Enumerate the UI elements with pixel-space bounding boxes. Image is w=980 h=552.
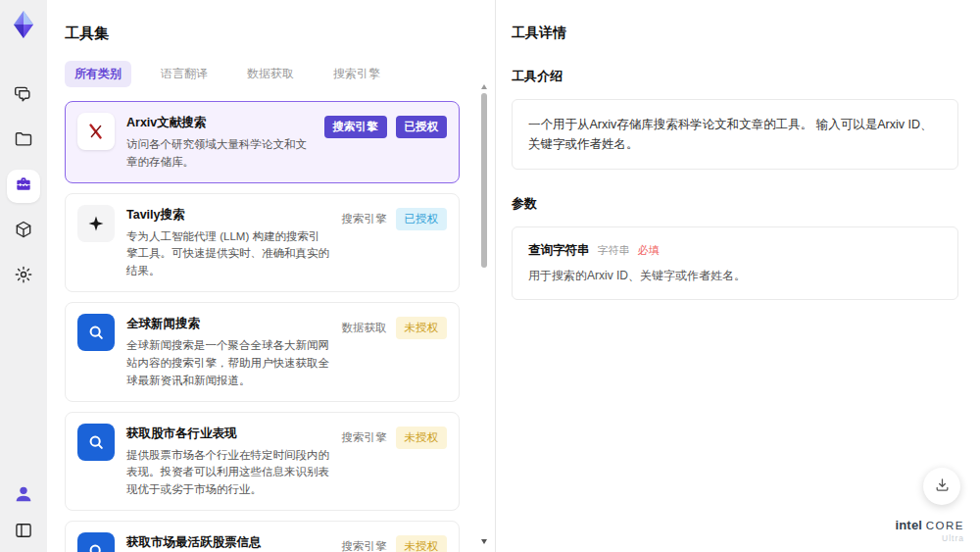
auth-status-badge: 未授权 <box>396 427 448 449</box>
tool-list: Arxiv文献搜索 访问各个研究领域大量科学论文和文章的存储库。 搜索引擎 已授… <box>65 101 473 552</box>
tab-data-fetch[interactable]: 数据获取 <box>237 61 304 87</box>
tool-name: 获取市场最活跃股票信息 <box>126 534 330 551</box>
category-badge: 搜索引擎 <box>324 116 387 138</box>
download-button[interactable] <box>923 468 960 505</box>
tool-description: 访问各个研究领域大量科学论文和文章的存储库。 <box>126 136 313 172</box>
sparkle-icon <box>77 205 115 242</box>
tool-detail-panel: 工具详情 工具介绍 一个用于从Arxiv存储库搜索科学论文和文章的工具。 输入可… <box>496 0 980 552</box>
sidebar-item-models[interactable] <box>7 215 40 248</box>
param-type: 字符串 <box>598 243 630 258</box>
intel-core-logo: intel CORE Ultra <box>895 516 964 543</box>
tab-all-categories[interactable]: 所有类别 <box>65 61 131 87</box>
tool-description: 提供股票市场各个行业在特定时间段内的表现。投资者可以利用这些信息来识别表现优于或… <box>126 447 330 499</box>
chat-icon <box>14 84 33 108</box>
category-tabs: 所有类别 语言翻译 数据获取 搜索引擎 <box>65 61 473 87</box>
sidebar-item-account[interactable] <box>13 483 34 509</box>
tool-card-tavily[interactable]: Tavily搜索 专为人工智能代理 (LLM) 构建的搜索引擎工具。可快速提供实… <box>65 193 460 292</box>
cube-icon <box>14 220 33 243</box>
intro-heading: 工具介绍 <box>512 68 958 85</box>
category-label: 搜索引擎 <box>342 430 387 445</box>
scroll-down-arrow[interactable] <box>481 539 487 544</box>
folder-icon <box>14 129 33 153</box>
brand-core-text: CORE <box>926 520 964 531</box>
blue-search-icon <box>77 532 115 552</box>
download-icon <box>934 477 951 497</box>
param-name: 查询字符串 <box>528 242 590 259</box>
blue-search-icon <box>77 424 115 461</box>
sidebar-item-files[interactable] <box>7 125 40 158</box>
tool-name: 获取股市各行业表现 <box>126 426 330 442</box>
tool-card-sector-performance[interactable]: 获取股市各行业表现 提供股票市场各个行业在特定时间段内的表现。投资者可以利用这些… <box>65 412 460 511</box>
detail-title: 工具详情 <box>512 25 958 42</box>
left-rail <box>0 0 47 552</box>
toolbox-icon <box>14 175 33 198</box>
auth-status-badge: 已授权 <box>396 208 448 230</box>
tool-name: Tavily搜索 <box>126 207 330 224</box>
tool-card-global-news[interactable]: 全球新闻搜索 全球新闻搜索是一个聚合全球各大新闻网站内容的搜索引擎，帮助用户快速… <box>65 302 460 401</box>
brand-intel-text: intel <box>895 518 922 532</box>
auth-status-badge: 未授权 <box>396 535 448 552</box>
category-label: 数据获取 <box>342 321 387 335</box>
gear-icon <box>14 265 33 288</box>
sidebar-item-chat[interactable] <box>7 79 40 113</box>
blue-search-icon <box>77 314 115 351</box>
page-title: 工具集 <box>65 25 473 43</box>
tool-description: 专为人工智能代理 (LLM) 构建的搜索引擎工具。可快速提供实时、准确和真实的结… <box>126 228 330 280</box>
user-icon <box>13 491 34 508</box>
list-scrollbar[interactable] <box>479 84 489 544</box>
sidebar-item-settings[interactable] <box>7 260 40 293</box>
arxiv-icon <box>77 113 115 150</box>
category-label: 搜索引擎 <box>342 212 387 226</box>
param-box: 查询字符串 字符串 必填 用于搜索的Arxiv ID、关键字或作者姓名。 <box>512 226 958 300</box>
scroll-up-arrow[interactable] <box>481 84 487 89</box>
params-heading: 参数 <box>512 195 958 213</box>
param-required-flag: 必填 <box>638 243 660 258</box>
app-window: 工具集 所有类别 语言翻译 数据获取 搜索引擎 Arxiv文献搜索 访问各个研究… <box>0 0 980 552</box>
tool-card-most-active-stocks[interactable]: 获取市场最活跃股票信息 提供当天交易量最高的股票列表，投资者可以利用这些信息来识… <box>65 521 460 552</box>
sidebar-item-collapse[interactable] <box>14 521 33 544</box>
tool-name: 全球新闻搜索 <box>126 316 330 332</box>
tab-language-translation[interactable]: 语言翻译 <box>151 61 218 87</box>
sidebar-item-tools[interactable] <box>7 170 40 203</box>
tool-card-arxiv[interactable]: Arxiv文献搜索 访问各个研究领域大量科学论文和文章的存储库。 搜索引擎 已授… <box>65 101 460 183</box>
auth-status-badge: 未授权 <box>396 317 448 339</box>
category-label: 搜索引擎 <box>342 539 387 552</box>
tool-description: 全球新闻搜索是一个聚合全球各大新闻网站内容的搜索引擎，帮助用户快速获取全球最新资… <box>126 337 330 389</box>
app-logo-icon <box>8 9 39 40</box>
intro-text: 一个用于从Arxiv存储库搜索科学论文和文章的工具。 输入可以是Arxiv ID… <box>528 115 942 154</box>
scrollbar-thumb[interactable] <box>481 93 487 268</box>
tab-search-engine[interactable]: 搜索引擎 <box>323 61 390 87</box>
auth-status-badge: 已授权 <box>396 116 448 138</box>
brand-sub-text: Ultra <box>895 534 964 543</box>
tool-name: Arxiv文献搜索 <box>126 115 313 131</box>
intro-box: 一个用于从Arxiv存储库搜索科学论文和文章的工具。 输入可以是Arxiv ID… <box>512 99 958 170</box>
panel-toggle-icon <box>14 527 33 543</box>
tools-panel: 工具集 所有类别 语言翻译 数据获取 搜索引擎 Arxiv文献搜索 访问各个研究… <box>47 0 495 552</box>
param-description: 用于搜索的Arxiv ID、关键字或作者姓名。 <box>528 268 942 284</box>
